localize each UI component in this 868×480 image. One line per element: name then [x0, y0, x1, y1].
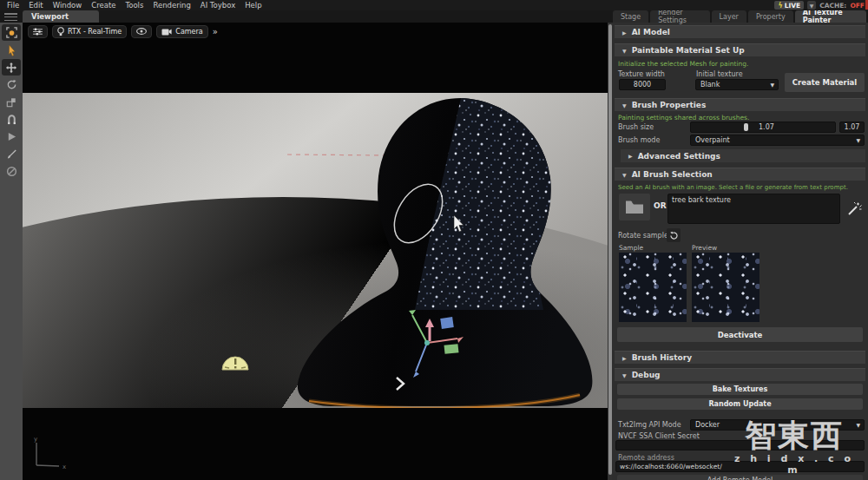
rotate-tool-icon[interactable]	[2, 76, 21, 93]
menu-bar: File Edit Window Create Tools Rendering …	[0, 0, 868, 10]
random-update-button[interactable]: Random Update	[617, 398, 863, 410]
app-window: File Edit Window Create Tools Rendering …	[0, 0, 868, 480]
lightning-icon: ϟ	[778, 2, 782, 10]
camera-icon	[161, 28, 172, 36]
viewport-settings-button[interactable]	[28, 25, 48, 38]
sliders-icon	[33, 28, 43, 36]
brush-size-value-box[interactable]: 1.07	[839, 122, 865, 133]
brush-props-hint: Painting settings shared across brushes.	[618, 114, 749, 122]
live-dropdown[interactable]: ▼	[807, 1, 816, 10]
live-label: LIVE	[785, 2, 801, 10]
remote-address-input[interactable]	[615, 461, 865, 472]
brush-size-slider[interactable]: 1.07	[690, 122, 836, 133]
create-material-button[interactable]: Create Material	[785, 73, 865, 92]
renderer-selector[interactable]: RTX - Real-Time	[52, 25, 127, 38]
topbar-status: ϟ LIVE ▼ CACHE: OFF	[774, 0, 865, 10]
axis-helper: y x	[30, 436, 71, 479]
expand-arrow-icon: ▼	[622, 372, 627, 378]
panel-scrollbar[interactable]	[608, 23, 612, 480]
api-mode-label: Txt2Img API Mode	[618, 421, 681, 429]
section-brush-properties[interactable]: ▼ Brush Properties	[615, 98, 865, 111]
nvcf-secret-label: NVCF SSA Client Secret	[618, 432, 700, 440]
prohibit-icon[interactable]	[2, 163, 21, 180]
cache-label: CACHE:	[819, 2, 846, 10]
open-file-button[interactable]	[619, 194, 650, 220]
tab-render-settings[interactable]: Render Settings	[650, 10, 709, 23]
axis-y-label: y	[34, 436, 37, 443]
move-tool-icon[interactable]	[2, 59, 21, 76]
texture-width-label: Texture width	[618, 70, 665, 78]
toolbar-expand-icon[interactable]: »	[213, 27, 216, 36]
collapse-arrow-icon: ▶	[622, 355, 627, 361]
lightbulb-icon	[57, 27, 64, 36]
play-icon[interactable]	[2, 128, 21, 145]
section-ai-brush-selection[interactable]: ▼ AI Brush Selection	[615, 168, 865, 181]
initial-texture-dropdown[interactable]: Blank ▼	[695, 79, 779, 90]
expand-arrow-icon: ▼	[622, 48, 627, 54]
camera-selector[interactable]: Camera	[156, 25, 207, 38]
dock-menu-icon[interactable]	[4, 13, 17, 21]
texture-width-input[interactable]	[619, 79, 666, 90]
folder-icon	[625, 200, 644, 214]
viewport-3d[interactable]: RTX - Real-Time Camera »	[23, 23, 612, 480]
menu-ai-toybox[interactable]: AI Toybox	[201, 1, 235, 10]
api-mode-dropdown[interactable]: Docker ▼	[690, 419, 865, 431]
section-advanced-settings[interactable]: ▶ Advanced Settings	[621, 149, 865, 162]
tab-viewport[interactable]: Viewport	[23, 10, 99, 23]
magic-wand-icon	[846, 201, 862, 217]
focus-selection-icon[interactable]	[2, 24, 21, 41]
chevron-down-icon: ▼	[856, 137, 860, 143]
rotate-ccw-icon	[669, 231, 679, 240]
add-remote-model-button[interactable]: Add Remote Model	[617, 475, 863, 480]
section-debug[interactable]: ▼ Debug	[615, 368, 865, 381]
tab-bar: Viewport Stage Render Settings Layer Pro…	[0, 10, 868, 23]
eye-icon	[136, 28, 147, 35]
left-toolbar	[0, 23, 23, 480]
sample-label: Sample	[619, 244, 643, 252]
section-ai-model[interactable]: ▶ AI Model	[615, 25, 865, 38]
rotate-sample-button[interactable]	[667, 228, 681, 242]
tab-ai-texture-painter[interactable]: AI Texture Painter	[795, 10, 866, 23]
section-brush-history[interactable]: ▶ Brush History	[615, 351, 865, 364]
tab-property[interactable]: Property	[748, 10, 793, 23]
initial-texture-label: Initial texture	[696, 70, 743, 78]
select-arrow-icon[interactable]	[2, 42, 21, 58]
menu-create[interactable]: Create	[91, 1, 115, 10]
tab-stage[interactable]: Stage	[613, 10, 648, 23]
menu-help[interactable]: Help	[245, 1, 261, 10]
visibility-button[interactable]	[131, 25, 152, 38]
deactivate-button[interactable]: Deactivate	[617, 327, 863, 342]
menu-tools[interactable]: Tools	[125, 1, 143, 10]
brush-mode-label: Brush mode	[618, 136, 660, 144]
tab-layer[interactable]: Layer	[712, 10, 746, 23]
cache-status: OFF	[850, 2, 865, 10]
paintable-hint: Initialize the selected Mesh for paintin…	[618, 60, 748, 68]
ai-brush-hint: Seed an AI brush with an image. Select a…	[618, 184, 866, 191]
menu-file[interactable]: File	[7, 1, 19, 10]
brush-size-label: Brush size	[618, 123, 654, 131]
preview-thumbnail[interactable]	[692, 253, 760, 322]
axis-x-label: x	[62, 464, 66, 470]
live-button[interactable]: ϟ LIVE	[774, 1, 804, 10]
prompt-textarea[interactable]: tree bark texture	[667, 194, 840, 224]
brush-mode-dropdown[interactable]: Overpaint ▼	[690, 135, 865, 146]
bake-textures-button[interactable]: Bake Textures	[617, 384, 863, 395]
sample-thumbnail[interactable]	[619, 253, 687, 322]
rotate-sample-label: Rotate sample	[618, 232, 668, 240]
or-label: OR	[654, 201, 667, 210]
generate-button[interactable]	[843, 194, 865, 224]
menu-edit[interactable]: Edit	[29, 1, 43, 10]
viewport-toolbar: RTX - Real-Time Camera »	[28, 24, 216, 38]
expand-arrow-icon: ▼	[622, 102, 627, 108]
nvcf-secret-input[interactable]	[615, 440, 865, 450]
scale-tool-icon[interactable]	[2, 94, 21, 110]
paint-brush-icon[interactable]	[2, 146, 21, 162]
snap-magnet-icon[interactable]	[2, 111, 21, 128]
menu-window[interactable]: Window	[53, 1, 82, 10]
menu-rendering[interactable]: Rendering	[153, 1, 190, 10]
slider-handle[interactable]	[744, 123, 748, 131]
chevron-down-icon: ▼	[770, 82, 774, 88]
section-paintable-material[interactable]: ▼ Paintable Material Set Up	[615, 43, 865, 56]
collapse-arrow-icon: ▶	[622, 30, 627, 36]
render-scene[interactable]	[23, 93, 612, 408]
